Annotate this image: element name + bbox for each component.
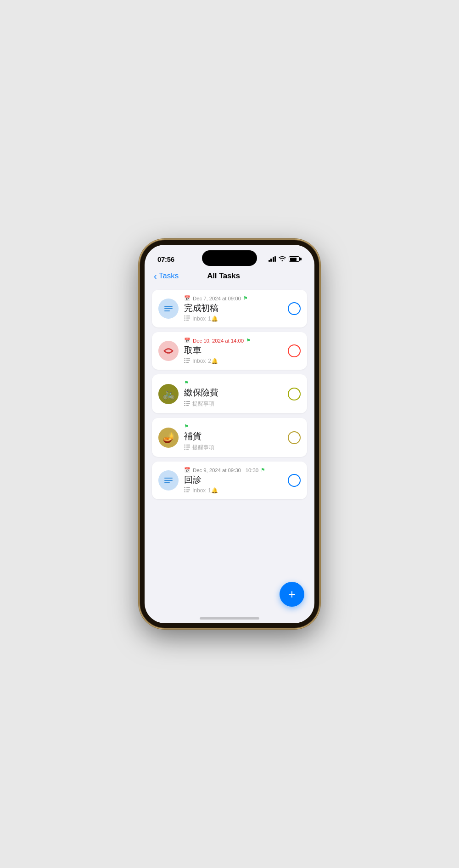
svg-rect-12 (186, 360, 190, 361)
task-icon (158, 341, 179, 361)
task-complete-button[interactable] (288, 431, 301, 444)
svg-rect-22 (186, 445, 190, 445)
task-meta: 📅 Dec 9, 2024 at 09:30 - 10:30 ⚑ (184, 467, 282, 473)
task-inbox: Inbox (192, 316, 206, 322)
svg-rect-33 (186, 490, 190, 490)
task-icon: 🪔 (158, 428, 179, 448)
task-sub: 提醒事項 (184, 400, 282, 408)
task-flag-icon: ⚑ (246, 338, 251, 344)
task-title: 補貨 (184, 430, 282, 442)
task-row[interactable]: 🪔 ⚑ 補貨 (152, 418, 307, 457)
svg-rect-24 (186, 446, 190, 447)
task-icon: 🚲 (158, 384, 179, 404)
signal-icon (269, 256, 276, 262)
back-label: Tasks (159, 271, 179, 281)
list-icon (184, 316, 190, 322)
task-reminder: 1🔔 (208, 316, 218, 322)
back-chevron-icon: ‹ (154, 271, 157, 281)
plus-icon: + (288, 588, 296, 601)
page-title: All Tasks (207, 271, 240, 281)
svg-rect-17 (184, 403, 185, 404)
status-time: 07:56 (157, 255, 174, 263)
svg-rect-10 (186, 358, 190, 359)
back-button[interactable]: ‹ Tasks (154, 271, 179, 281)
task-sub: Inbox 2🔔 (184, 358, 282, 364)
task-content: ⚑ 繳保險費 (184, 380, 282, 408)
svg-rect-31 (186, 487, 190, 488)
task-meta: ⚑ (184, 380, 282, 386)
task-row[interactable]: 📅 Dec 9, 2024 at 09:30 - 10:30 ⚑ 回診 (152, 462, 307, 499)
svg-rect-27 (164, 478, 173, 479)
svg-rect-8 (186, 320, 189, 321)
task-complete-button[interactable] (288, 344, 301, 357)
task-inbox: 提醒事項 (192, 400, 214, 408)
svg-rect-19 (184, 405, 185, 406)
task-inbox: Inbox (192, 487, 206, 494)
task-complete-button[interactable] (288, 388, 301, 400)
task-date: Dec 7, 2024 at 09:00 (193, 296, 241, 301)
task-list: 📅 Dec 7, 2024 at 09:00 ⚑ 完成初稿 (145, 285, 314, 623)
svg-rect-9 (184, 358, 185, 359)
list-icon (184, 401, 190, 407)
svg-rect-13 (184, 362, 185, 363)
task-meta: 📅 Dec 10, 2024 at 14:00 ⚑ (184, 338, 282, 344)
task-inbox: Inbox (192, 358, 206, 364)
svg-rect-1 (164, 308, 173, 309)
task-title: 繳保險費 (184, 387, 282, 399)
status-icons (269, 256, 302, 263)
task-date: Dec 10, 2024 at 14:00 (193, 338, 244, 344)
task-meta: 📅 Dec 7, 2024 at 09:00 ⚑ (184, 295, 282, 301)
svg-rect-28 (164, 480, 173, 481)
svg-rect-34 (184, 491, 185, 492)
task-date: Dec 9, 2024 at 09:30 - 10:30 (193, 468, 258, 473)
svg-rect-21 (184, 445, 185, 445)
svg-rect-0 (164, 306, 173, 307)
list-icon (184, 358, 190, 364)
task-inbox: 提醒事項 (192, 444, 214, 451)
task-flag-icon: ⚑ (243, 295, 248, 301)
task-complete-button[interactable] (288, 474, 301, 487)
task-title: 完成初稿 (184, 302, 282, 314)
svg-rect-25 (184, 449, 185, 450)
task-content: 📅 Dec 9, 2024 at 09:30 - 10:30 ⚑ 回診 (184, 467, 282, 494)
task-flag-icon: ⚑ (184, 380, 189, 386)
svg-rect-20 (186, 405, 189, 406)
task-content: 📅 Dec 7, 2024 at 09:00 ⚑ 完成初稿 (184, 295, 282, 322)
svg-rect-30 (184, 487, 185, 488)
task-sub: 提醒事項 (184, 444, 282, 451)
dynamic-island (202, 250, 257, 266)
svg-rect-18 (186, 403, 190, 404)
svg-rect-7 (184, 320, 185, 321)
task-sub: Inbox 1🔔 (184, 487, 282, 494)
task-row[interactable]: 📅 Dec 10, 2024 at 14:00 ⚑ 取車 (152, 332, 307, 370)
task-row[interactable]: 📅 Dec 7, 2024 at 09:00 ⚑ 完成初稿 (152, 290, 307, 327)
svg-rect-32 (184, 490, 185, 490)
phone-screen: 07:56 (145, 245, 314, 623)
task-complete-button[interactable] (288, 302, 301, 315)
task-reminder: 2🔔 (208, 358, 218, 364)
task-meta: ⚑ (184, 423, 282, 429)
nav-bar: ‹ Tasks All Tasks (145, 270, 314, 285)
svg-rect-11 (184, 360, 185, 361)
task-icon (158, 470, 179, 490)
battery-icon (289, 256, 302, 262)
task-sub: Inbox 1🔔 (184, 316, 282, 322)
svg-rect-16 (186, 401, 190, 402)
svg-rect-14 (186, 362, 189, 363)
list-icon (184, 445, 190, 451)
svg-rect-4 (186, 316, 190, 316)
svg-rect-6 (186, 318, 190, 319)
phone-shell: 07:56 (140, 240, 319, 628)
task-flag-icon: ⚑ (184, 423, 189, 429)
svg-rect-26 (186, 449, 189, 450)
svg-rect-2 (164, 310, 170, 311)
svg-rect-35 (186, 491, 189, 492)
task-title: 取車 (184, 344, 282, 356)
task-flag-icon: ⚑ (261, 467, 265, 473)
add-task-button[interactable]: + (280, 582, 304, 607)
task-content: 📅 Dec 10, 2024 at 14:00 ⚑ 取車 (184, 338, 282, 364)
task-title: 回診 (184, 474, 282, 486)
list-icon (184, 487, 190, 494)
task-row[interactable]: 🚲 ⚑ 繳保險費 (152, 374, 307, 413)
wifi-icon (279, 256, 286, 263)
